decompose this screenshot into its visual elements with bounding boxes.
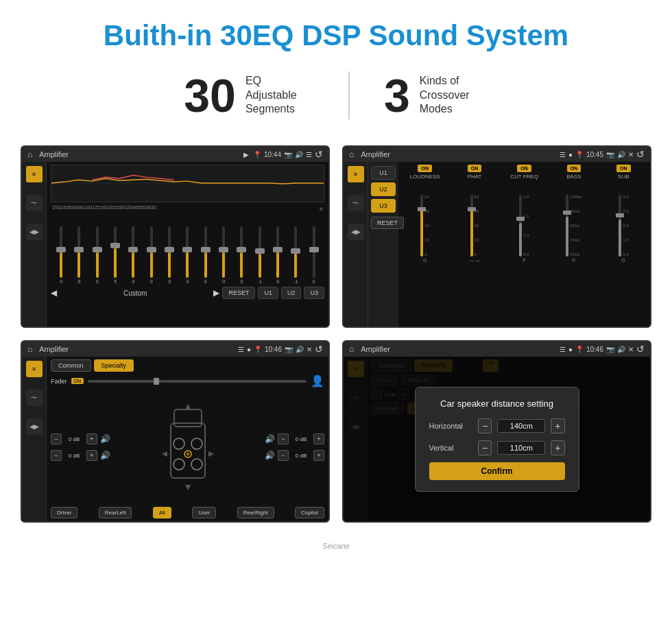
spk-plus-2[interactable]: + bbox=[86, 450, 97, 461]
driver-btn[interactable]: Driver bbox=[51, 507, 77, 518]
sub-toggle[interactable]: ON bbox=[616, 165, 631, 172]
reset-btn-1[interactable]: RESET bbox=[222, 287, 255, 299]
fader-thumb[interactable] bbox=[154, 378, 159, 385]
cutfreq-toggle[interactable]: ON bbox=[517, 165, 531, 172]
ch-bass: ON BASS 100Hz90Hz80Hz70Hz60Hz F bbox=[550, 165, 597, 324]
volume-sidebar-icon[interactable]: ◀▶ bbox=[26, 224, 43, 240]
play-icon-1[interactable]: ▶ bbox=[243, 151, 249, 158]
phat-slider: 644832160 bbox=[470, 181, 479, 257]
common-tab[interactable]: Common bbox=[51, 359, 91, 372]
u3-btn-1[interactable]: U3 bbox=[304, 287, 324, 299]
stats-row: 30 EQ AdjustableSegments 3 Kinds ofCross… bbox=[0, 59, 672, 139]
close-icon-4: ✕ bbox=[628, 346, 634, 353]
spk-minus-1[interactable]: − bbox=[51, 433, 62, 444]
volume-icon-4: 🔊 bbox=[617, 346, 625, 353]
cutfreq-vslider[interactable] bbox=[519, 195, 522, 257]
eq-icon-2[interactable]: ≡ bbox=[348, 166, 364, 182]
status-icons-2: ☰ ● 📍 10:45 📷 🔊 ✕ ↺ bbox=[560, 149, 645, 160]
eq-graph bbox=[51, 165, 324, 202]
back-icon-2[interactable]: ↺ bbox=[636, 149, 645, 160]
stat-crossover: 3 Kinds ofCrossover Modes bbox=[350, 72, 523, 119]
specialty-tab[interactable]: Specialty bbox=[94, 359, 134, 372]
u1-btn-1[interactable]: U1 bbox=[258, 287, 278, 299]
spk-plus-4[interactable]: + bbox=[313, 450, 324, 461]
spk-minus-2[interactable]: − bbox=[51, 450, 62, 461]
horizontal-value[interactable]: 140cm bbox=[497, 419, 545, 433]
eq-icon[interactable]: ≡ bbox=[26, 166, 43, 182]
u2-preset[interactable]: U2 bbox=[371, 182, 396, 196]
eq-slider-0[interactable]: 0 bbox=[55, 226, 67, 284]
home-icon-3[interactable]: ⌂ bbox=[27, 344, 32, 354]
wave-icon-3[interactable]: 〜 bbox=[26, 390, 43, 406]
crossover-presets: U1 U2 U3 RESET bbox=[368, 162, 398, 326]
statusbar-2: ⌂ Amplifier ☰ ● 📍 10:45 📷 🔊 ✕ ↺ bbox=[344, 147, 650, 162]
spk-plus-1[interactable]: + bbox=[86, 433, 97, 444]
screen1-body: ≡ 〜 ◀▶ 25 32 40 50 63 bbox=[22, 162, 328, 326]
eq-slider-12[interactable]: 0 bbox=[272, 226, 284, 284]
spk-minus-4[interactable]: − bbox=[278, 450, 289, 461]
spk-left-controls: − 0 dB + 🔊 − 0 dB + 🔊 bbox=[51, 433, 110, 461]
horizontal-plus[interactable]: + bbox=[551, 418, 564, 433]
fader-slider[interactable] bbox=[88, 380, 307, 383]
title-4: Amplifier bbox=[361, 345, 555, 353]
confirm-button[interactable]: Confirm bbox=[429, 462, 565, 480]
dot-icon-3: ● bbox=[247, 346, 251, 353]
eq-slider-11[interactable]: -1 bbox=[254, 226, 266, 284]
back-icon-3[interactable]: ↺ bbox=[315, 344, 323, 355]
eq-slider-14[interactable]: 0 bbox=[308, 226, 320, 284]
back-icon-1[interactable]: ↺ bbox=[315, 149, 323, 160]
eq-slider-2[interactable]: 0 bbox=[91, 226, 104, 284]
vertical-minus[interactable]: − bbox=[478, 440, 492, 455]
wave-icon[interactable]: 〜 bbox=[26, 195, 43, 211]
home-icon-4[interactable]: ⌂ bbox=[349, 344, 354, 354]
rearleft-btn[interactable]: RearLeft bbox=[99, 507, 132, 518]
eq-slider-13[interactable]: -1 bbox=[289, 226, 302, 284]
eq-slider-7[interactable]: 0 bbox=[181, 226, 193, 284]
vol-icon-2[interactable]: ◀▶ bbox=[348, 224, 364, 240]
u1-preset[interactable]: U1 bbox=[371, 166, 396, 180]
fader-row: Fader ON 👤 bbox=[51, 374, 324, 387]
eq-slider-10[interactable]: 0 bbox=[235, 226, 248, 284]
bass-toggle[interactable]: ON bbox=[567, 165, 581, 172]
wave-icon-2[interactable]: 〜 bbox=[348, 195, 364, 211]
phat-toggle[interactable]: ON bbox=[468, 165, 482, 172]
phat-vslider[interactable] bbox=[470, 195, 473, 257]
loudness-toggle[interactable]: ON bbox=[418, 165, 432, 172]
eq-slider-5[interactable]: 0 bbox=[145, 226, 158, 284]
screen-distance: ⌂ Amplifier ☰ ● 📍 10:46 📷 🔊 ✕ ↺ ≡ 〜 ◀▶ bbox=[342, 340, 651, 523]
phat-label: PHAT bbox=[468, 174, 482, 180]
eq-slider-3[interactable]: 5 bbox=[109, 226, 121, 284]
bass-vslider[interactable] bbox=[566, 195, 568, 257]
specialty-main: Common Specialty Fader ON 👤 − 0 dB bbox=[47, 357, 328, 521]
eq-slider-9[interactable]: 0 bbox=[217, 226, 230, 284]
loudness-vslider[interactable] bbox=[420, 195, 423, 257]
eq-slider-6[interactable]: 0 bbox=[163, 226, 176, 284]
spk-plus-3[interactable]: + bbox=[313, 433, 324, 444]
next-arrow[interactable]: ▶ bbox=[213, 288, 219, 298]
horizontal-minus[interactable]: − bbox=[478, 418, 492, 433]
user-btn[interactable]: User bbox=[192, 507, 216, 518]
eq-icon-3[interactable]: ≡ bbox=[26, 361, 43, 377]
back-icon-4[interactable]: ↺ bbox=[636, 344, 645, 355]
spk-minus-3[interactable]: − bbox=[278, 433, 289, 444]
u2-btn-1[interactable]: U2 bbox=[281, 287, 302, 299]
sub-vslider[interactable] bbox=[619, 195, 621, 257]
eq-slider-4[interactable]: 0 bbox=[127, 226, 139, 284]
rearright-btn[interactable]: RearRight bbox=[237, 507, 274, 518]
home-icon-1[interactable]: ⌂ bbox=[27, 150, 32, 159]
eq-slider-1[interactable]: 0 bbox=[73, 226, 85, 284]
u3-preset[interactable]: U3 bbox=[371, 199, 396, 213]
horizontal-row: Horizontal − 140cm + bbox=[429, 418, 565, 433]
eq-slider-8[interactable]: 0 bbox=[200, 226, 212, 284]
prev-arrow[interactable]: ◀ bbox=[51, 288, 57, 298]
vertical-value[interactable]: 110cm bbox=[497, 441, 545, 455]
loudness-label: LOUDNESS bbox=[410, 174, 440, 180]
all-btn[interactable]: All bbox=[153, 507, 171, 518]
copilot-btn[interactable]: Copilot bbox=[295, 507, 324, 518]
vol-icon-3[interactable]: ◀▶ bbox=[26, 418, 43, 435]
home-icon-2[interactable]: ⌂ bbox=[349, 150, 354, 159]
vertical-label: Vertical bbox=[429, 444, 473, 452]
svg-point-6 bbox=[191, 459, 202, 470]
spk-right-bottom: 🔊 − 0 dB + bbox=[265, 450, 324, 461]
vertical-plus[interactable]: + bbox=[551, 440, 564, 455]
